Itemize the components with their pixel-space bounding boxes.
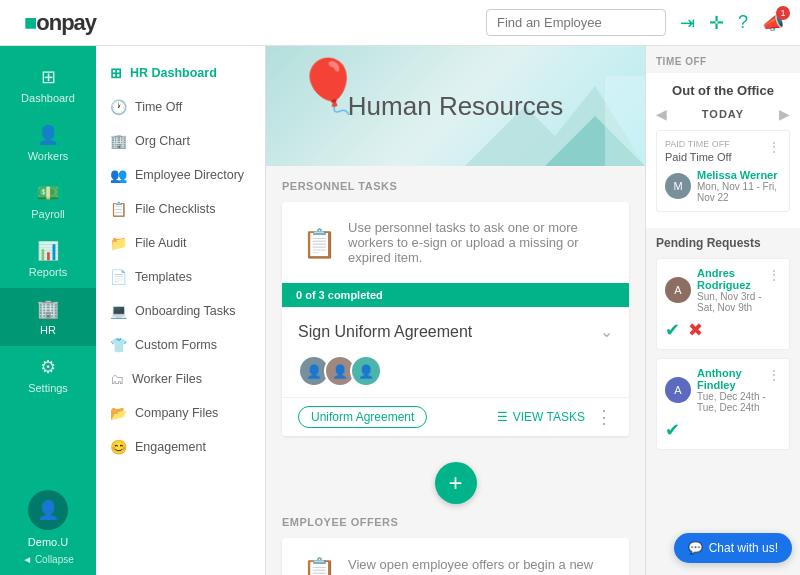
list-icon: ☰ bbox=[497, 410, 508, 424]
chat-label: Chat with us! bbox=[709, 541, 778, 555]
pending-requests-title: Pending Requests bbox=[656, 236, 790, 250]
time-off-icon: 🕐 bbox=[110, 99, 127, 115]
nav-logo: ■onpay bbox=[24, 10, 96, 36]
today-nav: ◀ TODAY ▶ bbox=[656, 106, 790, 122]
pending-dates-0: Sun, Nov 3rd - Sat, Nov 9th bbox=[697, 291, 767, 313]
pto-type: Paid Time Off bbox=[665, 151, 731, 163]
subnav-label-employee-directory: Employee Directory bbox=[135, 168, 244, 182]
right-panel: TIME OFF Out of the Office ◀ TODAY ▶ Pai… bbox=[645, 46, 800, 575]
sidebar-label-payroll: Payroll bbox=[31, 208, 65, 220]
uniform-agreement-tag[interactable]: Uniform Agreement bbox=[298, 406, 427, 428]
pending-actions-1: ✔ bbox=[665, 419, 781, 441]
pending-more-1[interactable]: ⋮ bbox=[767, 367, 781, 383]
templates-icon: 📄 bbox=[110, 269, 127, 285]
pending-name-0[interactable]: Andres Rodriguez bbox=[697, 267, 767, 291]
task-more-button[interactable]: ⋮ bbox=[595, 406, 613, 428]
offers-doc-icon: 📋 bbox=[302, 556, 334, 575]
subnav-item-file-audit[interactable]: 📁 File Audit bbox=[96, 226, 265, 260]
subnav-label-onboarding-tasks: Onboarding Tasks bbox=[135, 304, 236, 318]
avatars-group: 👤 👤 👤 bbox=[282, 355, 629, 397]
collapse-button[interactable]: ◄ Collapse bbox=[22, 554, 74, 565]
task-chevron-icon[interactable]: ⌄ bbox=[600, 322, 613, 341]
prev-day-button[interactable]: ◀ bbox=[656, 106, 667, 122]
org-chart-icon: 🏢 bbox=[110, 133, 127, 149]
sidebar-item-reports[interactable]: 📊 Reports bbox=[0, 230, 96, 288]
personnel-tasks-label: PERSONNEL TASKS bbox=[282, 180, 629, 192]
out-of-office-title: Out of the Office bbox=[656, 83, 790, 98]
subnav-item-onboarding-tasks[interactable]: 💻 Onboarding Tasks bbox=[96, 294, 265, 328]
sidebar-item-workers[interactable]: 👤 Workers bbox=[0, 114, 96, 172]
subnav-item-org-chart[interactable]: 🏢 Org Chart bbox=[96, 124, 265, 158]
main-layout: ⊞ Dashboard 👤 Workers 💵 Payroll 📊 Report… bbox=[0, 46, 800, 575]
employee-directory-icon: 👥 bbox=[110, 167, 127, 183]
file-audit-icon: 📁 bbox=[110, 235, 127, 251]
pto-avatar: M bbox=[665, 173, 691, 199]
onboarding-tasks-icon: 💻 bbox=[110, 303, 127, 319]
pending-name-1[interactable]: Anthony Findley bbox=[697, 367, 767, 391]
employee-offers-text: View open employee offers or begin a new… bbox=[348, 557, 609, 575]
help-icon[interactable]: ? bbox=[738, 12, 748, 33]
tasks-card: 📋 Use personnel tasks to ask one or more… bbox=[282, 202, 629, 436]
approve-button-1[interactable]: ✔ bbox=[665, 419, 680, 441]
subnav-item-templates[interactable]: 📄 Templates bbox=[96, 260, 265, 294]
pending-person-0: A Andres Rodriguez Sun, Nov 3rd - Sat, N… bbox=[665, 267, 767, 313]
chat-icon: 💬 bbox=[688, 541, 703, 555]
subnav: ⊞ HR Dashboard 🕐 Time Off 🏢 Org Chart 👥 … bbox=[96, 46, 266, 575]
subnav-label-engagement: Engagement bbox=[135, 440, 206, 454]
subnav-item-custom-forms[interactable]: 👕 Custom Forms bbox=[96, 328, 265, 362]
sidebar-label-reports: Reports bbox=[29, 266, 68, 278]
subnav-label-org-chart: Org Chart bbox=[135, 134, 190, 148]
approve-button-0[interactable]: ✔ bbox=[665, 319, 680, 341]
subnav-item-worker-files[interactable]: 🗂 Worker Files bbox=[96, 362, 265, 396]
sidebar-label-workers: Workers bbox=[28, 150, 69, 162]
engagement-icon: 😊 bbox=[110, 439, 127, 455]
add-task-button[interactable]: + bbox=[435, 462, 477, 504]
next-day-button[interactable]: ▶ bbox=[779, 106, 790, 122]
employee-search-input[interactable] bbox=[486, 9, 666, 36]
sidebar-item-hr[interactable]: 🏢 HR bbox=[0, 288, 96, 346]
pending-person-1: A Anthony Findley Tue, Dec 24th - Tue, D… bbox=[665, 367, 767, 413]
subnav-item-file-checklists[interactable]: 📋 File Checklists bbox=[96, 192, 265, 226]
out-of-office-card: Out of the Office ◀ TODAY ▶ Paid Time Of… bbox=[646, 73, 800, 228]
pto-dates: Mon, Nov 11 - Fri, Nov 22 bbox=[697, 181, 781, 203]
subnav-item-time-off[interactable]: 🕐 Time Off bbox=[96, 90, 265, 124]
tasks-empty-state: 📋 Use personnel tasks to ask one or more… bbox=[282, 202, 629, 283]
subnav-label-company-files: Company Files bbox=[135, 406, 218, 420]
add-fab-container: + bbox=[282, 450, 629, 516]
pto-person-name[interactable]: Melissa Werner bbox=[697, 169, 781, 181]
notification-badge: 1 bbox=[776, 6, 790, 20]
file-checklists-icon: 📋 bbox=[110, 201, 127, 217]
employee-offers-label: EMPLOYEE OFFERS bbox=[282, 516, 629, 528]
subnav-item-hr-dashboard[interactable]: ⊞ HR Dashboard bbox=[96, 56, 265, 90]
subnav-item-company-files[interactable]: 📂 Company Files bbox=[96, 396, 265, 430]
reject-button-0[interactable]: ✖ bbox=[688, 319, 703, 341]
subnav-item-engagement[interactable]: 😊 Engagement bbox=[96, 430, 265, 464]
pending-more-0[interactable]: ⋮ bbox=[767, 267, 781, 283]
svg-rect-2 bbox=[605, 76, 645, 166]
sidebar-label-dashboard: Dashboard bbox=[21, 92, 75, 104]
avatar[interactable]: 👤 bbox=[28, 490, 68, 530]
navbar-icons: ⇥ ✛ ? 📣 1 bbox=[680, 12, 784, 34]
main-content: 🎈 Human Resources PERSONNEL TASKS 📋 Use … bbox=[266, 46, 645, 575]
chat-widget[interactable]: 💬 Chat with us! bbox=[674, 533, 792, 563]
notification-icon[interactable]: 📣 1 bbox=[762, 12, 784, 34]
pending-card-1: A Anthony Findley Tue, Dec 24th - Tue, D… bbox=[656, 358, 790, 450]
pto-label: Paid Time Off bbox=[665, 139, 731, 149]
sidebar-item-settings[interactable]: ⚙ Settings bbox=[0, 346, 96, 404]
pto-more-button[interactable]: ⋮ bbox=[767, 139, 781, 155]
view-tasks-button[interactable]: ☰ VIEW TASKS bbox=[497, 410, 585, 424]
move-icon[interactable]: ✛ bbox=[709, 12, 724, 34]
worker-files-icon: 🗂 bbox=[110, 371, 124, 387]
task-header[interactable]: Sign Uniform Agreement ⌄ bbox=[282, 308, 629, 355]
progress-label: 0 of 3 completed bbox=[296, 289, 383, 301]
subnav-label-custom-forms: Custom Forms bbox=[135, 338, 217, 352]
banner-title: Human Resources bbox=[348, 91, 563, 122]
dashboard-icon: ⊞ bbox=[41, 66, 56, 88]
sidebar-item-payroll[interactable]: 💵 Payroll bbox=[0, 172, 96, 230]
custom-forms-icon: 👕 bbox=[110, 337, 127, 353]
task-item: Sign Uniform Agreement ⌄ 👤 👤 👤 Uniform A… bbox=[282, 307, 629, 436]
export-icon[interactable]: ⇥ bbox=[680, 12, 695, 34]
subnav-label-file-audit: File Audit bbox=[135, 236, 186, 250]
sidebar-item-dashboard[interactable]: ⊞ Dashboard bbox=[0, 56, 96, 114]
subnav-item-employee-directory[interactable]: 👥 Employee Directory bbox=[96, 158, 265, 192]
